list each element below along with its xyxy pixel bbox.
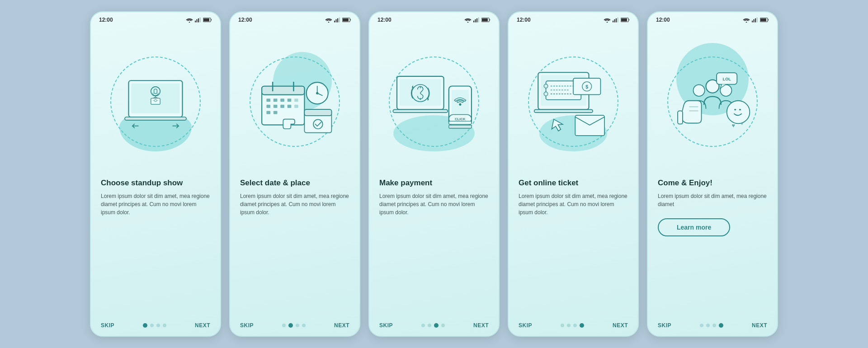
svg-rect-4	[200, 17, 201, 22]
time-2: 12:00	[238, 17, 252, 23]
illustration-4: $	[509, 25, 638, 179]
svg-rect-85	[575, 115, 604, 136]
svg-rect-68	[614, 19, 615, 23]
svg-rect-3	[198, 19, 199, 23]
svg-rect-98	[678, 111, 683, 124]
screen-title-4: Get online ticket	[519, 179, 628, 188]
dashed-circle-2	[250, 56, 340, 147]
status-bar-1: 12:00	[91, 12, 220, 25]
calendar-clock-icon	[254, 66, 335, 138]
svg-point-101	[727, 101, 750, 124]
signal-icon-4	[613, 17, 619, 23]
svg-rect-67	[613, 20, 613, 22]
svg-rect-44	[304, 109, 331, 116]
enjoy-icon: LOL ♥ ♥	[670, 63, 755, 140]
skip-button-1[interactable]: SKIP	[101, 322, 114, 329]
screen-1: 12:00	[90, 11, 221, 337]
illustration-5: LOL ♥ ♥	[648, 25, 777, 179]
dot-5-2	[706, 324, 710, 327]
svg-point-61	[459, 103, 461, 105]
signal-icon-5	[752, 17, 758, 23]
screen-3: 12:00	[368, 11, 500, 337]
dot-4-3	[573, 324, 577, 327]
laptop-mic-icon	[117, 68, 194, 136]
next-button-5[interactable]: NEXT	[752, 322, 767, 329]
svg-rect-65	[449, 121, 472, 124]
learn-more-button[interactable]: Learn more	[658, 218, 730, 236]
screen-body-2: Lorem ipsum dolor sit dim amet, mea regi…	[240, 192, 349, 216]
svg-rect-35	[288, 105, 292, 108]
skip-button-4[interactable]: SKIP	[519, 322, 532, 329]
skip-button-5[interactable]: SKIP	[658, 322, 671, 329]
time-1: 12:00	[99, 17, 113, 23]
svg-text:CLICK: CLICK	[455, 117, 466, 121]
dot-4-4	[580, 323, 584, 328]
svg-rect-88	[754, 19, 755, 23]
svg-rect-75	[534, 109, 593, 113]
wifi-icon-3	[464, 17, 472, 23]
svg-rect-36	[294, 105, 298, 108]
svg-rect-19	[337, 19, 338, 23]
svg-rect-52	[482, 19, 488, 21]
svg-rect-87	[752, 20, 753, 22]
dot-5-1	[700, 324, 703, 327]
battery-icon	[203, 17, 212, 23]
svg-rect-90	[757, 17, 758, 22]
status-bar-5: 12:00	[648, 12, 777, 25]
screen-title-1: Choose standup show	[101, 179, 210, 188]
svg-rect-38	[274, 111, 278, 114]
text-content-2: Select date & place Lorem ipsum dolor si…	[230, 179, 359, 316]
screen-title-2: Select date & place	[240, 179, 349, 188]
next-button-1[interactable]: NEXT	[195, 322, 210, 329]
svg-rect-24	[262, 86, 304, 95]
next-button-4[interactable]: NEXT	[613, 322, 628, 329]
text-content-1: Choose standup show Lorem ipsum dolor si…	[91, 179, 220, 316]
svg-rect-28	[274, 99, 278, 102]
text-content-4: Get online ticket Lorem ipsum dolor sit …	[509, 179, 638, 316]
bottom-nav-2: SKIP NEXT	[230, 316, 359, 336]
dashed-circle-1	[110, 56, 201, 147]
status-icons-5	[743, 17, 769, 23]
svg-rect-2	[197, 19, 198, 23]
time-3: 12:00	[377, 17, 392, 23]
screen-body-4: Lorem ipsum dolor sit dim amet, mea regi…	[519, 192, 628, 216]
signal-icon-3	[473, 17, 480, 23]
svg-rect-6	[203, 19, 209, 21]
status-icons-3	[464, 17, 491, 23]
dot-3-4	[441, 324, 445, 327]
svg-point-77	[544, 84, 548, 88]
dot-2-4	[302, 324, 306, 327]
bottom-nav-1: SKIP NEXT	[91, 316, 220, 336]
skip-button-3[interactable]: SKIP	[379, 322, 393, 329]
status-bar-2: 12:00	[230, 12, 359, 25]
svg-rect-17	[334, 20, 335, 22]
screen-body-5: Lorem ipsum dolor sit dim amet, mea regi…	[658, 192, 767, 208]
dots-1	[143, 323, 166, 328]
wifi-icon-2	[325, 17, 332, 23]
screens-container: 12:00	[81, 2, 787, 346]
dot-5-4	[719, 323, 723, 328]
dots-2	[282, 323, 306, 328]
svg-rect-13	[151, 98, 160, 104]
svg-rect-48	[475, 19, 476, 23]
svg-rect-64	[449, 125, 472, 128]
dot-3-3	[434, 323, 439, 328]
svg-rect-47	[473, 20, 474, 22]
dashed-circle-4: $	[528, 56, 618, 147]
svg-text:♥: ♥	[741, 122, 743, 126]
next-button-3[interactable]: NEXT	[473, 322, 489, 329]
svg-rect-50	[478, 17, 479, 22]
dot-1-2	[150, 324, 154, 327]
dashed-circle-5: LOL ♥ ♥	[667, 56, 758, 147]
dots-4	[561, 323, 584, 328]
svg-point-86	[746, 22, 747, 23]
dot-1-3	[156, 324, 160, 327]
svg-point-93	[693, 85, 704, 96]
svg-rect-49	[476, 19, 477, 23]
wifi-icon-4	[604, 17, 611, 23]
next-button-2[interactable]: NEXT	[334, 322, 349, 329]
svg-rect-69	[616, 19, 617, 23]
svg-rect-33	[274, 105, 278, 108]
svg-point-16	[328, 22, 330, 23]
skip-button-2[interactable]: SKIP	[240, 322, 254, 329]
